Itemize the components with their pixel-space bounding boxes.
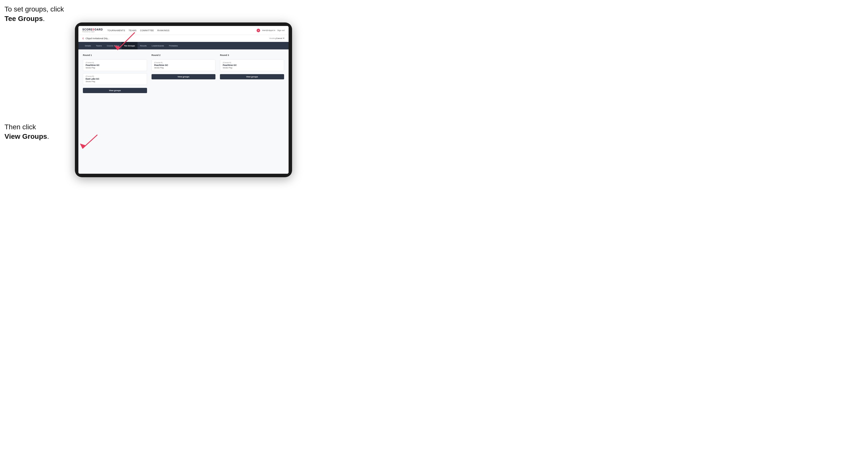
tab-results[interactable]: Results	[137, 42, 149, 50]
sub-header-hosting: Hosting	[269, 37, 276, 39]
instruction-bottom: Then click View Groups.	[4, 122, 49, 141]
round-1-course-b-label: (Course B)	[86, 75, 144, 77]
instruction-top-bold: Tee Groups	[4, 15, 43, 23]
tab-details[interactable]: Details	[82, 42, 93, 50]
logo-text: SCOREBOARD	[82, 28, 103, 31]
instruction-top: To set groups, click Tee Groups.	[4, 4, 64, 24]
logo-sub: Powered by clippit	[82, 31, 103, 32]
round-3-course-a-format: Stroke Play	[223, 67, 281, 69]
nav-links: TOURNAMENTS TEAMS COMMITTEE RANKINGS	[107, 29, 257, 32]
round-3-course-a-name: Peachtree GC	[223, 64, 281, 66]
sub-header: C Clippd Invitational (My... Hosting Can…	[79, 35, 288, 42]
tablet-device: SCOREBOARD Powered by clippit TOURNAMENT…	[75, 23, 292, 177]
round-2-course-a-format: Stroke Play	[154, 67, 213, 69]
tab-bar: Details Teams Course Setup Tee Groups Re…	[79, 42, 288, 50]
round-1-course-a-label: (Course A)	[86, 62, 144, 63]
tab-teams[interactable]: Teams	[93, 42, 104, 50]
round-1-course-b-format: Stroke Play	[86, 81, 144, 83]
round-2-column: Round 2 (Course A) Peachtree GC Stroke P…	[152, 54, 216, 93]
tab-printables[interactable]: Printables	[166, 42, 181, 50]
round-3-course-a-label: (Course A)	[223, 62, 281, 63]
round-3-course-a-card: (Course A) Peachtree GC Stroke Play	[220, 59, 284, 71]
round-2-title: Round 2	[152, 54, 216, 56]
cancel-button[interactable]: Cancel ✕	[276, 37, 285, 39]
round-2-course-a-card: (Course A) Peachtree GC Stroke Play	[152, 59, 216, 71]
user-avatar: B	[257, 29, 260, 32]
nav-rankings[interactable]: RANKINGS	[157, 29, 169, 32]
sub-header-title: Clippd Invitational (My...	[86, 37, 268, 40]
instruction-bottom-line1: Then click	[4, 123, 36, 131]
round-1-column: Round 1 (Course A) Peachtree GC Stroke P…	[83, 54, 147, 93]
nav-tournaments[interactable]: TOURNAMENTS	[107, 29, 125, 32]
round-2-view-groups-button[interactable]: View groups	[152, 74, 216, 80]
round-3-column: Round 3 (Course A) Peachtree GC Stroke P…	[220, 54, 284, 93]
user-email: blair@clippd.io	[262, 29, 275, 31]
round-1-course-a-format: Stroke Play	[86, 67, 144, 69]
nav-committee[interactable]: COMMITTEE	[140, 29, 154, 32]
round-1-course-b-name: East Lake GC	[86, 77, 144, 80]
tablet-screen: SCOREBOARD Powered by clippit TOURNAMENT…	[79, 26, 288, 174]
instruction-bottom-bold: View Groups	[4, 132, 47, 140]
round-2-course-a-label: (Course A)	[154, 62, 213, 63]
tab-leaderboards[interactable]: Leaderboards	[149, 42, 166, 50]
round-2-course-a-name: Peachtree GC	[154, 64, 213, 66]
logo-area: SCOREBOARD Powered by clippit	[82, 28, 103, 32]
round-1-title: Round 1	[83, 54, 147, 56]
round-1-course-b-card: (Course B) East Lake GC Stroke Play	[83, 73, 147, 85]
top-nav: SCOREBOARD Powered by clippit TOURNAMENT…	[79, 26, 288, 35]
tab-course-setup[interactable]: Course Setup	[104, 42, 122, 50]
instruction-top-line1: To set groups, click	[4, 5, 64, 13]
round-3-view-groups-button[interactable]: View groups	[220, 74, 284, 80]
rounds-grid: Round 1 (Course A) Peachtree GC Stroke P…	[83, 54, 284, 93]
nav-right: B blair@clippd.io Sign out	[257, 29, 285, 32]
sub-header-logo: C	[82, 37, 84, 40]
round-1-view-groups-button[interactable]: View groups	[83, 88, 147, 93]
tab-tee-groups[interactable]: Tee Groups	[122, 42, 137, 50]
round-1-course-a-name: Peachtree GC	[86, 64, 144, 66]
sign-out-link[interactable]: Sign out	[277, 29, 285, 31]
round-1-course-a-card: (Course A) Peachtree GC Stroke Play	[83, 59, 147, 71]
nav-teams[interactable]: TEAMS	[129, 29, 136, 32]
round-3-title: Round 3	[220, 54, 284, 56]
main-content: Round 1 (Course A) Peachtree GC Stroke P…	[79, 50, 288, 174]
